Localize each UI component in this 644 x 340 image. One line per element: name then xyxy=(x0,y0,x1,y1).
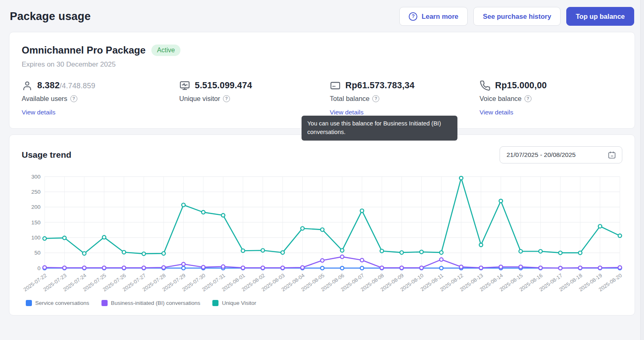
stat-voice-balance: Rp15.000,00 Voice balance ? View details xyxy=(480,80,622,116)
data-point[interactable] xyxy=(558,266,562,270)
data-point[interactable] xyxy=(400,251,403,255)
data-point[interactable] xyxy=(380,266,384,270)
data-point[interactable] xyxy=(320,228,324,232)
data-point[interactable] xyxy=(102,235,106,239)
learn-more-button[interactable]: ? Learn more xyxy=(399,7,468,26)
y-axis-tick-label: 150 xyxy=(31,219,41,226)
data-point[interactable] xyxy=(162,266,166,269)
data-point[interactable] xyxy=(340,255,344,259)
data-point[interactable] xyxy=(380,249,384,253)
data-point[interactable] xyxy=(122,266,126,270)
data-point[interactable] xyxy=(182,203,185,207)
available-users-view-details-link[interactable]: View details xyxy=(22,109,55,116)
question-circle-icon[interactable]: ? xyxy=(525,95,531,102)
data-point[interactable] xyxy=(360,258,364,262)
data-point[interactable] xyxy=(439,266,443,270)
data-point[interactable] xyxy=(439,258,443,262)
data-point[interactable] xyxy=(420,250,423,254)
monitor-pulse-icon xyxy=(179,80,190,91)
data-point[interactable] xyxy=(261,266,265,270)
data-point[interactable] xyxy=(459,265,463,269)
data-point[interactable] xyxy=(340,248,344,252)
data-point[interactable] xyxy=(320,266,324,270)
data-point[interactable] xyxy=(63,236,66,240)
legend-item[interactable]: Service conversations xyxy=(26,300,89,306)
data-point[interactable] xyxy=(301,266,304,269)
data-point[interactable] xyxy=(499,265,503,269)
data-point[interactable] xyxy=(301,227,304,230)
scrollbar-track[interactable] xyxy=(640,0,644,340)
data-point[interactable] xyxy=(281,266,284,270)
data-point[interactable] xyxy=(598,266,602,270)
voice-balance-value: Rp15.000,00 xyxy=(495,81,547,91)
see-purchase-history-label: See purchase history xyxy=(483,13,551,20)
data-point[interactable] xyxy=(618,234,622,238)
data-point[interactable] xyxy=(499,199,503,203)
date-range-picker[interactable]: 21/07/2025 - 20/08/2025 xyxy=(500,146,622,163)
data-point[interactable] xyxy=(182,266,185,270)
data-point[interactable] xyxy=(558,251,562,255)
page-title: Package usage xyxy=(10,10,91,23)
available-users-label: Available users xyxy=(22,95,68,103)
stats-grid: 8.382/4.748.859 Available users ? View d… xyxy=(22,80,622,116)
data-point[interactable] xyxy=(420,266,423,270)
data-point[interactable] xyxy=(102,266,106,270)
data-point[interactable] xyxy=(63,266,66,270)
data-point[interactable] xyxy=(142,266,146,270)
phone-icon xyxy=(480,80,491,91)
data-point[interactable] xyxy=(162,252,166,255)
data-point[interactable] xyxy=(579,251,582,255)
data-point[interactable] xyxy=(519,265,522,269)
learn-more-label: Learn more xyxy=(421,13,458,20)
data-point[interactable] xyxy=(202,210,205,214)
data-point[interactable] xyxy=(539,250,543,253)
expiry-text: Expires on 30 December 2025 xyxy=(22,60,622,69)
balance-tooltip: You can use this balance for Business In… xyxy=(302,116,457,141)
data-point[interactable] xyxy=(400,266,403,270)
data-point[interactable] xyxy=(221,214,225,217)
data-point[interactable] xyxy=(459,176,463,180)
data-point[interactable] xyxy=(479,266,483,270)
data-point[interactable] xyxy=(122,251,126,254)
package-summary-card: Omnichannel Pro Package Active Expires o… xyxy=(9,32,635,129)
data-point[interactable] xyxy=(221,265,225,268)
legend-item[interactable]: Business-initiated (BI) conversations xyxy=(101,300,200,306)
data-point[interactable] xyxy=(598,224,602,228)
data-point[interactable] xyxy=(202,265,205,269)
data-point[interactable] xyxy=(519,250,522,253)
data-point[interactable] xyxy=(43,237,47,240)
data-point[interactable] xyxy=(439,251,443,255)
usage-trend-chart[interactable]: 0501001502002503002025-07-222025-07-2320… xyxy=(22,171,622,298)
legend-swatch-icon xyxy=(26,300,32,306)
data-point[interactable] xyxy=(241,249,245,253)
voice-balance-view-details-link[interactable]: View details xyxy=(480,109,513,116)
data-point[interactable] xyxy=(579,266,582,270)
total-balance-value: Rp61.573.783,34 xyxy=(345,81,414,91)
data-point[interactable] xyxy=(83,252,86,255)
data-point[interactable] xyxy=(320,259,324,262)
data-point[interactable] xyxy=(479,243,483,247)
data-point[interactable] xyxy=(340,266,344,270)
data-point[interactable] xyxy=(281,251,284,255)
data-point[interactable] xyxy=(241,266,245,270)
data-point[interactable] xyxy=(182,262,185,266)
legend-swatch-icon xyxy=(101,300,108,306)
data-point[interactable] xyxy=(360,266,364,270)
data-point[interactable] xyxy=(618,266,622,269)
legend-item[interactable]: Unique Visitor xyxy=(212,300,256,306)
question-circle-icon[interactable]: ? xyxy=(223,95,230,102)
question-circle-icon[interactable]: ? xyxy=(70,95,77,102)
stat-total-balance: Rp61.573.783,34 Total balance ? View det… xyxy=(330,80,480,116)
top-up-balance-button[interactable]: Top up balance xyxy=(566,7,634,26)
data-point[interactable] xyxy=(539,266,543,270)
data-point[interactable] xyxy=(43,266,47,269)
top-up-balance-label: Top up balance xyxy=(576,13,625,20)
data-point[interactable] xyxy=(142,252,146,256)
data-point[interactable] xyxy=(83,266,86,270)
see-purchase-history-button[interactable]: See purchase history xyxy=(473,7,561,26)
total-balance-view-details-link[interactable]: View details xyxy=(330,109,363,116)
y-axis-tick-label: 250 xyxy=(31,189,41,195)
data-point[interactable] xyxy=(360,209,364,212)
question-circle-icon[interactable]: ? xyxy=(372,95,379,102)
data-point[interactable] xyxy=(261,248,265,252)
